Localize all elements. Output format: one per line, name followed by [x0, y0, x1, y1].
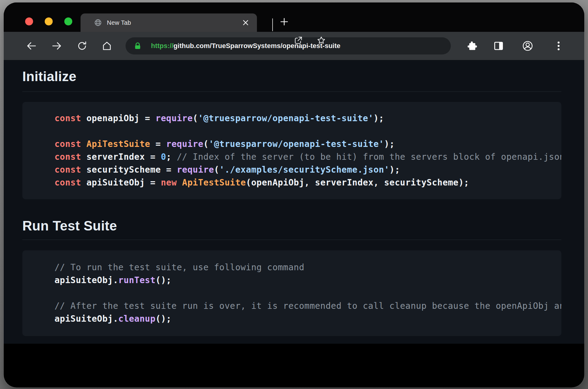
browser-tab[interactable]: New Tab: [81, 13, 257, 32]
home-icon: [101, 40, 112, 51]
address-bar[interactable]: https://github.com/TrueSparrowSystems/op…: [126, 37, 451, 54]
back-button[interactable]: [25, 39, 38, 53]
section-heading-run-test-suite: Run Test Suite: [22, 217, 561, 240]
share-button[interactable]: [294, 36, 303, 45]
readme-document: Initialize const openapiObj = require('@…: [22, 60, 561, 336]
bookmark-button[interactable]: [317, 36, 326, 45]
sidebar-icon: [493, 40, 504, 52]
code-line: const securityScheme = require('./exampl…: [55, 163, 561, 176]
three-dots-icon: [553, 40, 564, 52]
code-line: // After the test suite run is over, it …: [55, 300, 561, 312]
tab-strip: New Tab: [4, 2, 584, 32]
section-heading-initialize: Initialize: [22, 68, 561, 92]
tab-divider: [272, 18, 273, 31]
browser-window: New Tab: [4, 2, 584, 387]
code-line: [55, 287, 561, 300]
url-text: https://github.com/TrueSparrowSystems/op…: [151, 42, 341, 50]
sidebar-toggle-button[interactable]: [491, 39, 506, 53]
code-line: apiSuiteObj.runTest();: [55, 274, 561, 287]
reload-button[interactable]: [75, 39, 89, 53]
overflow-menu-button[interactable]: [551, 39, 566, 53]
code-block-run-test-suite: // To run the test suite, use following …: [22, 250, 561, 336]
forward-button[interactable]: [50, 39, 63, 53]
code-block-initialize: const openapiObj = require('@truesparrow…: [22, 102, 561, 199]
puzzle-icon: [467, 40, 478, 52]
home-button[interactable]: [100, 39, 114, 53]
new-tab-button[interactable]: [279, 17, 289, 27]
tab-title: New Tab: [107, 19, 131, 26]
page-content: Initialize const openapiObj = require('@…: [4, 60, 584, 344]
extensions-button[interactable]: [465, 39, 480, 53]
code-line: // To run the test suite, use following …: [55, 261, 561, 274]
profile-button[interactable]: [520, 39, 535, 53]
code-line: const serverIndex = 0; // Index of the s…: [55, 151, 561, 163]
code-line: const openapiObj = require('@truesparrow…: [55, 112, 561, 125]
code-line: [55, 125, 561, 138]
code-line: const ApiTestSuite = require('@truesparr…: [55, 138, 561, 151]
url-protocol: https://: [151, 42, 173, 50]
browser-toolbar: https://github.com/TrueSparrowSystems/op…: [4, 32, 584, 60]
tab-close-icon[interactable]: [242, 19, 250, 27]
profile-icon: [522, 40, 533, 52]
url-path: github.com/TrueSparrowSystems/openapi-te…: [173, 42, 340, 50]
traffic-lights: [25, 17, 72, 25]
zoom-window-button[interactable]: [64, 17, 72, 25]
forward-arrow-icon: [51, 40, 62, 51]
globe-icon: [94, 19, 102, 27]
close-window-button[interactable]: [25, 17, 33, 25]
back-arrow-icon: [26, 40, 37, 51]
lock-icon[interactable]: [134, 42, 142, 50]
code-line: const apiSuiteObj = new ApiTestSuite(ope…: [55, 176, 561, 189]
star-icon: [317, 36, 326, 45]
share-icon: [294, 36, 303, 45]
minimize-window-button[interactable]: [45, 17, 53, 25]
code-line: apiSuiteObj.cleanup();: [55, 312, 561, 325]
reload-icon: [77, 40, 88, 51]
